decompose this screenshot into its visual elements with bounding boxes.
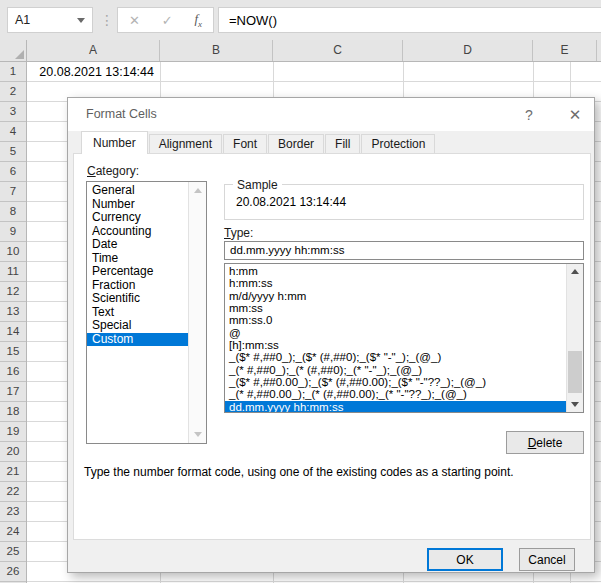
scroll-down-icon[interactable] [571, 402, 579, 407]
column-header-B[interactable]: B [160, 40, 273, 61]
row-header-22[interactable]: 22 [0, 482, 26, 502]
row-header-7[interactable]: 7 [0, 182, 26, 202]
dialog-titlebar[interactable]: Format Cells ? ✕ [68, 98, 594, 131]
format-cells-dialog: Format Cells ? ✕ NumberAlignmentFontBord… [67, 97, 595, 573]
type-item[interactable]: [h]:mm:ss [225, 339, 567, 351]
dialog-help-button[interactable]: ? [518, 104, 540, 126]
ok-button[interactable]: OK [427, 548, 503, 571]
type-item[interactable]: mm:ss.0 [225, 314, 567, 326]
row-header-11[interactable]: 11 [0, 262, 26, 282]
column-header-D[interactable]: D [403, 40, 533, 61]
category-item[interactable]: Scientific [87, 292, 188, 306]
tab[interactable]: Border [268, 134, 324, 154]
category-label: Category: [87, 164, 139, 178]
category-item[interactable]: Special [87, 319, 188, 333]
type-item[interactable]: h:mm:ss [225, 277, 567, 289]
select-all-triangle-icon [15, 50, 24, 59]
row-header-5[interactable]: 5 [0, 142, 26, 162]
category-item[interactable]: Text [87, 306, 188, 320]
type-item[interactable]: _(* #,##0_);_(* (#,##0);_(* "-"_);_(@_) [225, 364, 567, 376]
type-item[interactable]: dd.mm.yyyy hh:mm:ss [225, 401, 567, 413]
sample-group: Sample 20.08.2021 13:14:44 [224, 184, 584, 220]
row-header-26[interactable]: 26 [0, 562, 26, 582]
cell-A1[interactable]: 20.08.2021 13:14:44 [27, 62, 160, 82]
row-header-18[interactable]: 18 [0, 402, 26, 422]
sample-group-label: Sample [233, 178, 282, 192]
row-header-3[interactable]: 3 [0, 102, 26, 122]
type-item[interactable]: @ [225, 327, 567, 339]
confirm-entry-icon[interactable]: ✓ [162, 13, 173, 28]
formula-bar: A1 ⋮ ✕ ✓ fx =NOW() [0, 0, 601, 40]
row-header-17[interactable]: 17 [0, 382, 26, 402]
formula-buttons: ✕ ✓ fx [117, 7, 214, 33]
cancel-entry-icon[interactable]: ✕ [129, 13, 140, 28]
tab[interactable]: Number [81, 131, 148, 154]
row-header-19[interactable]: 19 [0, 422, 26, 442]
column-header-A[interactable]: A [27, 40, 160, 61]
dialog-title: Format Cells [86, 107, 157, 121]
scroll-down-icon[interactable] [194, 432, 202, 437]
name-box[interactable]: A1 [7, 7, 93, 33]
category-item[interactable]: Date [87, 238, 188, 252]
separator-dots-icon: ⋮ [100, 9, 114, 31]
row-header-8[interactable]: 8 [0, 202, 26, 222]
name-box-value: A1 [8, 13, 77, 27]
type-item[interactable]: _(* #,##0.00_);_(* (#,##0.00);_(* "-"??_… [225, 388, 567, 400]
row-header-25[interactable]: 25 [0, 542, 26, 562]
delete-button[interactable]: Delete [506, 431, 584, 454]
column-header-row: ABCDE [0, 40, 601, 62]
number-tab-page: Category: GeneralNumberCurrencyAccountin… [73, 153, 591, 540]
scrollbar-thumb[interactable] [568, 351, 582, 393]
category-item[interactable]: Fraction [87, 279, 188, 293]
select-all-corner[interactable] [0, 40, 27, 61]
row-header-6[interactable]: 6 [0, 162, 26, 182]
type-item[interactable]: h:mm [225, 265, 567, 277]
cancel-button[interactable]: Cancel [519, 548, 575, 571]
row-header-24[interactable]: 24 [0, 522, 26, 542]
row-header-23[interactable]: 23 [0, 502, 26, 522]
type-scrollbar[interactable] [566, 264, 583, 412]
row-header-9[interactable]: 9 [0, 222, 26, 242]
tab[interactable]: Fill [325, 134, 360, 154]
scroll-up-icon[interactable] [194, 188, 202, 193]
type-input[interactable]: dd.mm.yyyy hh:mm:ss [224, 241, 584, 260]
tab[interactable]: Protection [361, 134, 435, 154]
row-header-13[interactable]: 13 [0, 302, 26, 322]
type-listbox[interactable]: h:mmh:mm:ssm/d/yyyy h:mmmm:ssmm:ss.0@[h]… [224, 263, 584, 413]
row-header-2[interactable]: 2 [0, 82, 26, 102]
row-header-10[interactable]: 10 [0, 242, 26, 262]
row-header-1[interactable]: 1 [0, 62, 26, 82]
name-box-dropdown-icon[interactable] [77, 18, 85, 23]
row-header-12[interactable]: 12 [0, 282, 26, 302]
row-header-4[interactable]: 4 [0, 122, 26, 142]
insert-function-icon[interactable]: fx [194, 11, 202, 29]
type-item[interactable]: m/d/yyyy h:mm [225, 290, 567, 302]
category-item[interactable]: Number [87, 198, 188, 212]
type-item[interactable]: _($* #,##0.00_);_($* (#,##0.00);_($* "-"… [225, 376, 567, 388]
scroll-up-icon[interactable] [571, 269, 579, 274]
category-item[interactable]: Currency [87, 211, 188, 225]
tab[interactable]: Font [223, 134, 267, 154]
category-item[interactable]: Time [87, 252, 188, 266]
category-listbox[interactable]: GeneralNumberCurrencyAccountingDateTimeP… [86, 181, 207, 444]
row-header-15[interactable]: 15 [0, 342, 26, 362]
sample-value: 20.08.2021 13:14:44 [236, 195, 346, 209]
row-header-column: 1234567891011121314151617181920212223242… [0, 62, 27, 583]
row-header-16[interactable]: 16 [0, 362, 26, 382]
category-item[interactable]: Percentage [87, 265, 188, 279]
column-header-C[interactable]: C [273, 40, 403, 61]
row-header-20[interactable]: 20 [0, 442, 26, 462]
category-item[interactable]: General [87, 184, 188, 198]
type-item[interactable]: _($* #,##0_);_($* (#,##0);_($* "-"_);_(@… [225, 351, 567, 363]
category-scrollbar[interactable] [188, 182, 206, 443]
category-item[interactable]: Accounting [87, 225, 188, 239]
row-header-21[interactable]: 21 [0, 462, 26, 482]
type-item[interactable]: mm:ss [225, 302, 567, 314]
dialog-close-icon[interactable]: ✕ [564, 104, 586, 126]
tab[interactable]: Alignment [149, 134, 222, 154]
formula-input[interactable]: =NOW() [218, 7, 601, 33]
category-item[interactable]: Custom [87, 333, 188, 347]
column-header-E[interactable]: E [533, 40, 597, 61]
row-header-14[interactable]: 14 [0, 322, 26, 342]
excel-window: A1 ⋮ ✕ ✓ fx =NOW() ABCDE 123456789101112… [0, 0, 601, 583]
